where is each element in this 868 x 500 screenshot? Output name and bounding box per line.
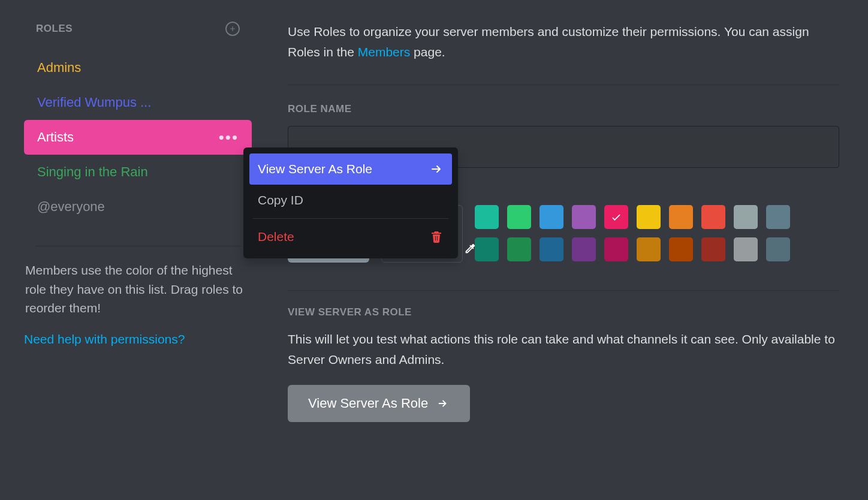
menu-view-as-role[interactable]: View Server As Role bbox=[249, 153, 452, 185]
role-label: Admins bbox=[37, 60, 81, 75]
color-swatch[interactable] bbox=[507, 205, 531, 229]
color-swatch[interactable] bbox=[604, 205, 628, 229]
permissions-help-link[interactable]: Need help with permissions? bbox=[24, 332, 252, 347]
divider bbox=[35, 246, 241, 246]
color-swatch[interactable] bbox=[669, 205, 693, 229]
role-label: Artists bbox=[37, 129, 74, 145]
color-swatch[interactable] bbox=[701, 205, 725, 229]
roles-heading: Roles bbox=[36, 23, 73, 35]
color-swatch[interactable] bbox=[734, 237, 758, 261]
color-swatch[interactable] bbox=[475, 237, 499, 261]
roles-sidebar: Roles Admins Verified Wumpus ... Artists… bbox=[24, 22, 252, 422]
divider bbox=[288, 85, 839, 85]
trash-icon bbox=[429, 230, 444, 244]
role-name-label: Role Name bbox=[288, 103, 839, 115]
divider bbox=[288, 290, 839, 291]
role-item-everyone[interactable]: @everyone bbox=[24, 189, 252, 224]
color-swatch[interactable] bbox=[572, 205, 596, 229]
arrow-right-icon bbox=[436, 397, 450, 410]
add-role-icon[interactable] bbox=[225, 22, 240, 36]
role-context-menu: View Server As Role Copy ID Delete bbox=[243, 147, 458, 258]
color-swatch[interactable] bbox=[475, 205, 499, 229]
role-item-singing[interactable]: Singing in the Rain bbox=[24, 155, 252, 189]
members-link[interactable]: Members bbox=[358, 45, 411, 59]
intro-text: Use Roles to organize your server member… bbox=[288, 22, 839, 62]
color-swatch[interactable] bbox=[572, 237, 596, 261]
menu-delete[interactable]: Delete bbox=[249, 221, 452, 252]
arrow-right-icon bbox=[429, 162, 444, 176]
role-item-artists[interactable]: Artists ••• bbox=[24, 120, 252, 155]
roles-hint: Members use the color of the highest rol… bbox=[24, 261, 252, 318]
color-swatches-row bbox=[475, 205, 790, 229]
role-item-verified-wumpus[interactable]: Verified Wumpus ... bbox=[24, 85, 252, 120]
view-server-as-role-button[interactable]: View Server As Role bbox=[288, 385, 470, 422]
view-as-role-heading: View Server As Role bbox=[288, 306, 839, 318]
color-swatch[interactable] bbox=[766, 237, 790, 261]
color-swatch[interactable] bbox=[637, 237, 661, 261]
color-swatch[interactable] bbox=[701, 237, 725, 261]
color-swatch[interactable] bbox=[540, 237, 563, 261]
role-item-admins[interactable]: Admins bbox=[24, 50, 252, 85]
eyedropper-icon[interactable] bbox=[463, 242, 477, 258]
color-swatch[interactable] bbox=[604, 237, 628, 261]
role-label: Verified Wumpus ... bbox=[37, 95, 151, 110]
color-swatch[interactable] bbox=[540, 205, 563, 229]
color-swatch[interactable] bbox=[734, 205, 758, 229]
color-swatches-row bbox=[475, 237, 790, 261]
role-label: Singing in the Rain bbox=[37, 164, 148, 179]
color-swatch[interactable] bbox=[637, 205, 661, 229]
role-label: @everyone bbox=[37, 199, 105, 214]
color-swatch[interactable] bbox=[669, 237, 693, 261]
view-as-role-desc: This will let you test what actions this… bbox=[288, 329, 839, 369]
divider bbox=[253, 218, 448, 219]
color-swatch[interactable] bbox=[507, 237, 531, 261]
color-swatch[interactable] bbox=[766, 205, 790, 229]
role-list: Admins Verified Wumpus ... Artists ••• S… bbox=[24, 50, 252, 224]
menu-copy-id[interactable]: Copy ID bbox=[249, 185, 452, 216]
